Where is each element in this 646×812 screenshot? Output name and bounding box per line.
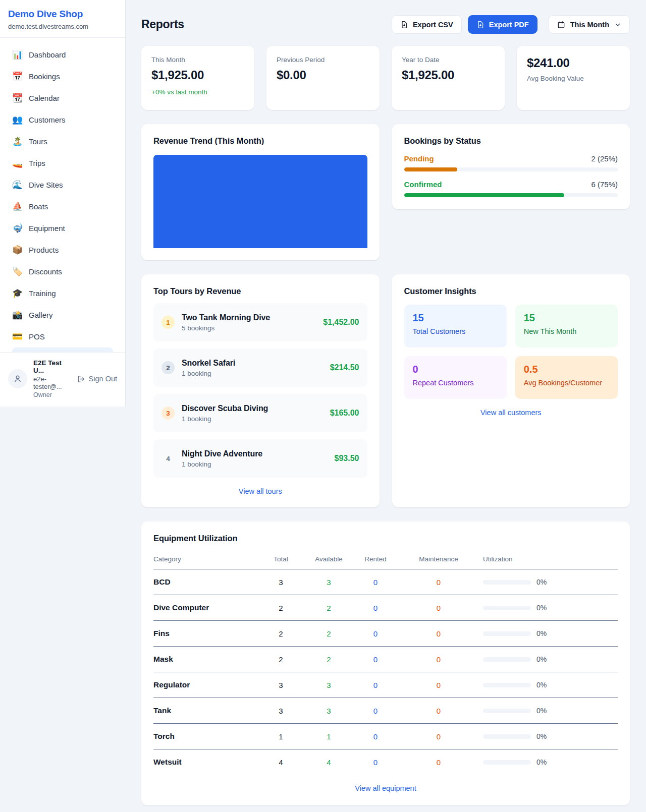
stats-row: This Month $1,925.00 +0% vs last month P… [141,46,630,110]
equipment-utilization-card: Equipment Utilization Category Total Ava… [141,521,630,805]
progress-fill [404,193,565,197]
equipment-category: Tank [153,706,254,715]
insight-label: Total Customers [413,327,498,335]
utilization-bar [483,606,531,610]
table-row: Dive Computer 2 2 0 0 0% [153,595,618,621]
col-maintenance: Maintenance [401,555,476,563]
sidebar-item-calendar[interactable]: 📆 Calendar [6,87,119,109]
file-download-icon [476,21,484,29]
sidebar-item-dive-sites[interactable]: 🌊 Dive Sites [6,174,119,196]
col-category: Category [153,555,254,563]
discounts-icon: 🏷️ [12,266,22,277]
insight-tile-avg-bookings: 0.5 Avg Bookings/Customer [515,356,618,399]
table-row: Fins 2 2 0 0 0% [153,621,618,647]
sidebar-item-gallery[interactable]: 📸 Gallery [6,304,119,326]
sidebar-item-label: Calendar [29,94,60,102]
insight-tile-total-customers: 15 Total Customers [404,305,507,347]
pos-icon: 💳 [12,331,22,342]
stat-value: $1,925.00 [151,68,244,82]
stat-label: This Month [151,56,244,64]
trips-icon: 🚤 [12,158,22,168]
user-email: e2e-tester@... [33,375,71,390]
dive-sites-icon: 🌊 [12,180,22,190]
period-dropdown[interactable]: This Month [549,15,630,34]
file-download-icon [400,21,408,29]
equipment-category: Dive Computer [153,603,254,612]
sidebar-item-boats[interactable]: ⛵ Boats [6,196,119,217]
tour-name: Snorkel Safari [182,359,323,368]
view-all-customers-link[interactable]: View all customers [404,409,618,417]
customers-icon: 👥 [12,114,22,125]
insight-value: 0 [413,364,498,375]
sidebar-item-customers[interactable]: 👥 Customers [6,109,119,131]
period-label: This Month [570,21,609,29]
tour-row[interactable]: 3 Discover Scuba Diving 1 booking $165.0… [153,394,367,432]
shop-subdomain: demo.test.divestreams.com [8,23,117,30]
revenue-trend-title: Revenue Trend (This Month) [153,136,367,146]
revenue-trend-chart-bar [153,155,367,248]
sidebar-item-label: Discounts [29,267,62,276]
equipment-icon: 🤿 [12,223,22,234]
tour-name: Discover Scuba Diving [182,404,323,413]
tour-revenue: $1,452.00 [323,318,359,327]
row-revenue-status: Revenue Trend (This Month) Bookings by S… [141,124,630,260]
equipment-category: Torch [153,732,254,741]
sidebar-item-bookings[interactable]: 📅 Bookings [6,66,119,87]
tour-bookings: 5 bookings [182,324,316,332]
sidebar-item-pos[interactable]: 💳 POS [6,326,119,347]
export-pdf-button[interactable]: Export PDF [468,15,537,34]
page-header: Reports Export CSV Export PDF [141,15,630,34]
sidebar-item-label: POS [29,332,45,341]
products-icon: 📦 [12,245,22,255]
customer-insights-card: Customer Insights 15 Total Customers 15 … [392,274,630,507]
sidebar-item-dashboard[interactable]: 📊 Dashboard [6,44,119,66]
header-actions: Export CSV Export PDF This Month [392,15,630,34]
sidebar-item-tours[interactable]: 🏝️ Tours [6,131,119,152]
view-all-tours-link[interactable]: View all tours [153,487,367,495]
sidebar: Demo Dive Shop demo.test.divestreams.com… [0,0,126,407]
export-csv-label: Export CSV [413,21,453,29]
table-row: Mask 2 2 0 0 0% [153,647,618,672]
revenue-trend-card: Revenue Trend (This Month) [141,124,380,260]
col-rented: Rented [350,555,401,563]
user-section: E2E Test U... e2e-tester@... Owner Sign … [0,352,125,407]
sidebar-item-equipment[interactable]: 🤿 Equipment [6,217,119,239]
status-row-pending: Pending 2 (25%) [404,154,618,171]
tour-bookings: 1 booking [182,370,323,377]
gallery-icon: 📸 [12,310,22,320]
user-role: Owner [33,391,71,398]
row-tours-insights: Top Tours by Revenue 1 Two Tank Morning … [141,274,630,507]
stat-value: $1,925.00 [402,68,495,82]
sidebar-item-label: Equipment [29,224,65,233]
sidebar-item-discounts[interactable]: 🏷️ Discounts [6,261,119,282]
utilization-bar [483,683,531,687]
view-all-equipment-link[interactable]: View all equipment [153,784,618,792]
table-row: BCD 3 3 0 0 0% [153,569,618,595]
equipment-utilization-title: Equipment Utilization [153,534,618,543]
sign-out-icon [77,375,85,383]
tour-row[interactable]: 2 Snorkel Safari 1 booking $214.50 [153,349,367,387]
export-csv-button[interactable]: Export CSV [392,15,462,34]
stat-label: Avg Booking Value [527,75,620,82]
stat-label: Previous Period [277,56,369,64]
boats-icon: ⛵ [12,201,22,212]
customer-insights-title: Customer Insights [404,286,618,296]
training-icon: 🎓 [12,288,22,299]
col-utilization: Utilization [476,555,618,563]
utilization-bar [483,580,531,585]
sidebar-item-training[interactable]: 🎓 Training [6,282,119,304]
insight-tile-repeat-customers: 0 Repeat Customers [404,356,507,399]
tour-row[interactable]: 4 Night Dive Adventure 1 booking $93.50 [153,439,367,478]
dashboard-icon: 📊 [12,49,22,60]
sidebar-item-trips[interactable]: 🚤 Trips [6,152,119,174]
stat-card-year-to-date: Year to Date $1,925.00 [392,46,505,110]
calendar-icon: 📆 [12,93,22,103]
tour-row[interactable]: 1 Two Tank Morning Dive 5 bookings $1,45… [153,303,367,341]
bookings-by-status-card: Bookings by Status Pending 2 (25%) Confi… [392,124,630,209]
sidebar-item-products[interactable]: 📦 Products [6,239,119,261]
col-total: Total [254,555,307,563]
status-label: Pending [404,154,434,163]
tours-icon: 🏝️ [12,136,22,147]
sign-out-button[interactable]: Sign Out [77,375,117,383]
sidebar-item-reports-clipped[interactable] [12,347,113,352]
